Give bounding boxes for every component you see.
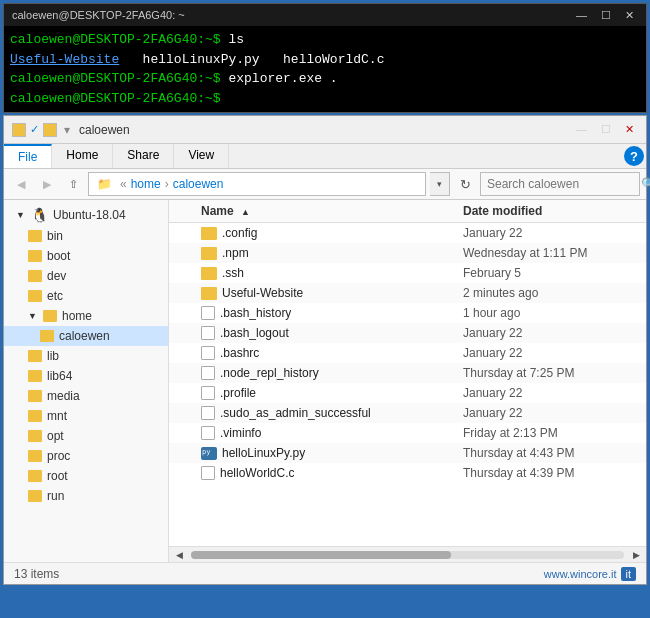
table-row[interactable]: helloWorldC.c Thursday at 4:39 PM (169, 463, 646, 483)
help-btn[interactable]: ? (624, 146, 644, 166)
sidebar-item-lib64[interactable]: lib64 (4, 366, 168, 386)
tab-view[interactable]: View (174, 144, 229, 168)
table-row[interactable]: .npm Wednesday at 1:11 PM (169, 243, 646, 263)
table-row[interactable]: .ssh February 5 (169, 263, 646, 283)
folder-icon-lib64 (28, 370, 42, 382)
folder-icon-dev (28, 270, 42, 282)
doc-file-icon (201, 406, 215, 420)
folder-icon-root (28, 470, 42, 482)
terminal-link-website[interactable]: Useful-Website (10, 52, 119, 67)
up-btn[interactable]: ⇧ (62, 173, 84, 195)
sidebar-item-proc[interactable]: proc (4, 446, 168, 466)
tab-home[interactable]: Home (52, 144, 113, 168)
breadcrumb-sep-2: › (165, 177, 169, 191)
file-name: Useful-Website (222, 286, 303, 300)
file-date: Friday at 2:13 PM (463, 426, 638, 440)
explorer-maximize-btn[interactable]: ☐ (597, 123, 615, 136)
header-name[interactable]: Name ▲ (201, 204, 463, 218)
sidebar-item-mnt[interactable]: mnt (4, 406, 168, 426)
folder-icon-caloewen (40, 330, 54, 342)
sidebar-item-home[interactable]: ▼ home (4, 306, 168, 326)
file-date: January 22 (463, 406, 638, 420)
search-input[interactable] (487, 177, 637, 191)
table-row[interactable]: .bash_logout January 22 (169, 323, 646, 343)
folder-icon-etc (28, 290, 42, 302)
table-row[interactable]: .sudo_as_admin_successful January 22 (169, 403, 646, 423)
hscroll-left-btn[interactable]: ◀ (171, 547, 187, 563)
tab-share[interactable]: Share (113, 144, 174, 168)
breadcrumb-caloewen[interactable]: caloewen (173, 177, 224, 191)
sidebar-item-lib[interactable]: lib (4, 346, 168, 366)
sidebar: ▼ 🐧 Ubuntu-18.04 bin boot dev etc ▼ (4, 200, 169, 562)
table-row[interactable]: Useful-Website 2 minutes ago (169, 283, 646, 303)
folder-icon-bin (28, 230, 42, 242)
terminal-line-2: Useful-Website helloLinuxPy.py helloWorl… (10, 50, 640, 70)
sidebar-item-media[interactable]: media (4, 386, 168, 406)
file-date: 2 minutes ago (463, 286, 638, 300)
terminal-prompt-3: caloewen@DESKTOP-2FA6G40:~$ (10, 91, 228, 106)
file-name-cell: .bash_history (201, 306, 463, 320)
terminal-close-btn[interactable]: ✕ (621, 9, 638, 22)
table-row[interactable]: py helloLinuxPy.py Thursday at 4:43 PM (169, 443, 646, 463)
sidebar-item-ubuntu[interactable]: ▼ 🐧 Ubuntu-18.04 (4, 204, 168, 226)
forward-btn[interactable]: ▶ (36, 173, 58, 195)
explorer-main: ▼ 🐧 Ubuntu-18.04 bin boot dev etc ▼ (4, 200, 646, 562)
terminal-minimize-btn[interactable]: — (572, 9, 591, 22)
hscroll-thumb[interactable] (191, 551, 451, 559)
terminal-prompt-2: caloewen@DESKTOP-2FA6G40:~$ (10, 71, 228, 86)
breadcrumb-home[interactable]: home (131, 177, 161, 191)
terminal-window-controls: — ☐ ✕ (572, 9, 638, 22)
sidebar-item-boot[interactable]: boot (4, 246, 168, 266)
doc-file-icon (201, 366, 215, 380)
file-name-cell: .bash_logout (201, 326, 463, 340)
file-name-cell: .profile (201, 386, 463, 400)
tab-file[interactable]: File (4, 144, 52, 168)
file-name-cell: .config (201, 226, 463, 240)
file-name: .config (222, 226, 257, 240)
table-row[interactable]: .viminfo Friday at 2:13 PM (169, 423, 646, 443)
terminal-line-1: caloewen@DESKTOP-2FA6G40:~$ ls (10, 30, 640, 50)
sidebar-label-lib: lib (47, 349, 59, 363)
sidebar-item-bin[interactable]: bin (4, 226, 168, 246)
sidebar-item-opt[interactable]: opt (4, 426, 168, 446)
folder-icon-title (12, 123, 26, 137)
wincore-badge: it (621, 567, 637, 581)
table-row[interactable]: .config January 22 (169, 223, 646, 243)
file-name-cell: py helloLinuxPy.py (201, 446, 463, 460)
address-dropdown[interactable]: ▾ (430, 172, 450, 196)
explorer-close-btn[interactable]: ✕ (621, 123, 638, 136)
table-row[interactable]: .bash_history 1 hour ago (169, 303, 646, 323)
folder-icon (201, 267, 217, 280)
search-icon[interactable]: 🔍 (641, 177, 650, 191)
file-name-cell: .ssh (201, 266, 463, 280)
table-row[interactable]: .node_repl_history Thursday at 7:25 PM (169, 363, 646, 383)
explorer-minimize-btn[interactable]: — (572, 123, 591, 136)
path-icon: 📁 (97, 177, 112, 191)
hscroll-track[interactable] (191, 551, 624, 559)
terminal-maximize-btn[interactable]: ☐ (597, 9, 615, 22)
sidebar-item-caloewen[interactable]: caloewen (4, 326, 168, 346)
sort-arrow: ▲ (241, 207, 250, 217)
doc-file-icon (201, 306, 215, 320)
table-row[interactable]: .bashrc January 22 (169, 343, 646, 363)
sidebar-label-bin: bin (47, 229, 63, 243)
table-row[interactable]: .profile January 22 (169, 383, 646, 403)
terminal-cmd-2: explorer.exe . (228, 71, 337, 86)
explorer-title-icons: ✓ ▾ (12, 123, 73, 137)
sidebar-item-dev[interactable]: dev (4, 266, 168, 286)
explorer-title-text: caloewen (79, 123, 130, 137)
folder-icon-mnt (28, 410, 42, 422)
title-separator: ▾ (64, 123, 70, 137)
hscroll-right-btn[interactable]: ▶ (628, 547, 644, 563)
header-date[interactable]: Date modified (463, 204, 638, 218)
folder-icon (201, 287, 217, 300)
sidebar-item-etc[interactable]: etc (4, 286, 168, 306)
folder-icon-boot (28, 250, 42, 262)
file-list: .config January 22 .npm Wednesday at 1:1… (169, 223, 646, 546)
file-date: January 22 (463, 386, 638, 400)
sidebar-item-run[interactable]: run (4, 486, 168, 506)
refresh-btn[interactable]: ↻ (454, 173, 476, 195)
sidebar-item-root[interactable]: root (4, 466, 168, 486)
back-btn[interactable]: ◀ (10, 173, 32, 195)
file-name: .bashrc (220, 346, 259, 360)
